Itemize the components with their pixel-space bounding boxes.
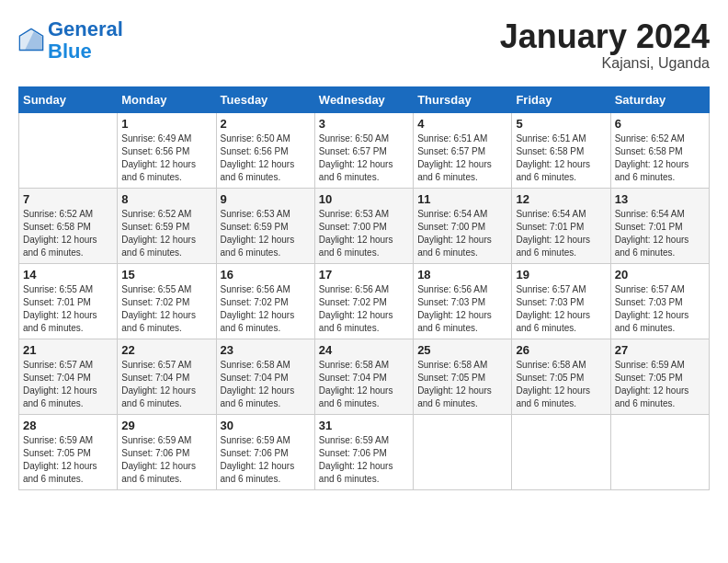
day-cell: 23Sunrise: 6:58 AM Sunset: 7:04 PM Dayli…	[216, 339, 314, 414]
day-info: Sunrise: 6:52 AM Sunset: 6:58 PM Dayligh…	[23, 208, 113, 259]
day-number: 15	[121, 268, 211, 282]
day-cell: 18Sunrise: 6:56 AM Sunset: 7:03 PM Dayli…	[414, 263, 512, 339]
day-number: 17	[319, 268, 409, 282]
day-cell: 25Sunrise: 6:58 AM Sunset: 7:05 PM Dayli…	[414, 339, 512, 414]
day-number: 16	[221, 268, 311, 282]
day-cell: 6Sunrise: 6:52 AM Sunset: 6:58 PM Daylig…	[610, 112, 709, 188]
day-cell: 26Sunrise: 6:58 AM Sunset: 7:05 PM Dayli…	[512, 339, 610, 414]
day-number: 31	[319, 419, 409, 432]
week-row-4: 28Sunrise: 6:59 AM Sunset: 7:05 PM Dayli…	[19, 414, 710, 489]
day-cell: 10Sunrise: 6:53 AM Sunset: 7:00 PM Dayli…	[314, 188, 413, 263]
day-cell: 22Sunrise: 6:57 AM Sunset: 7:04 PM Dayli…	[118, 339, 216, 414]
day-info: Sunrise: 6:58 AM Sunset: 7:04 PM Dayligh…	[319, 359, 409, 410]
day-number: 4	[417, 117, 507, 131]
day-info: Sunrise: 6:55 AM Sunset: 7:02 PM Dayligh…	[121, 283, 211, 335]
day-number: 10	[319, 192, 409, 206]
day-cell: 21Sunrise: 6:57 AM Sunset: 7:04 PM Dayli…	[19, 339, 118, 414]
day-info: Sunrise: 6:50 AM Sunset: 6:56 PM Dayligh…	[221, 132, 311, 184]
day-number: 25	[417, 343, 507, 357]
day-info: Sunrise: 6:59 AM Sunset: 7:06 PM Dayligh…	[121, 434, 211, 486]
day-cell: 28Sunrise: 6:59 AM Sunset: 7:05 PM Dayli…	[19, 414, 118, 489]
day-info: Sunrise: 6:52 AM Sunset: 6:59 PM Dayligh…	[121, 208, 211, 259]
calendar-body: 1Sunrise: 6:49 AM Sunset: 6:56 PM Daylig…	[19, 112, 710, 489]
day-cell: 29Sunrise: 6:59 AM Sunset: 7:06 PM Dayli…	[118, 414, 216, 489]
day-number: 18	[417, 268, 507, 282]
day-cell: 16Sunrise: 6:56 AM Sunset: 7:02 PM Dayli…	[216, 263, 314, 339]
weekday-saturday: Saturday	[610, 86, 709, 112]
week-row-1: 7Sunrise: 6:52 AM Sunset: 6:58 PM Daylig…	[19, 188, 710, 263]
day-cell: 1Sunrise: 6:49 AM Sunset: 6:56 PM Daylig…	[118, 112, 216, 188]
day-cell: 12Sunrise: 6:54 AM Sunset: 7:01 PM Dayli…	[512, 188, 610, 263]
day-cell	[19, 112, 118, 188]
weekday-tuesday: Tuesday	[216, 86, 314, 112]
day-info: Sunrise: 6:56 AM Sunset: 7:02 PM Dayligh…	[221, 283, 311, 335]
day-cell: 3Sunrise: 6:50 AM Sunset: 6:57 PM Daylig…	[314, 112, 413, 188]
day-number: 29	[121, 419, 211, 432]
day-cell: 15Sunrise: 6:55 AM Sunset: 7:02 PM Dayli…	[118, 263, 216, 339]
day-cell: 11Sunrise: 6:54 AM Sunset: 7:00 PM Dayli…	[414, 188, 512, 263]
day-number: 12	[516, 192, 606, 206]
weekday-monday: Monday	[118, 86, 216, 112]
logo: GeneralBlue	[18, 18, 123, 63]
weekday-wednesday: Wednesday	[314, 86, 413, 112]
day-cell: 5Sunrise: 6:51 AM Sunset: 6:58 PM Daylig…	[512, 112, 610, 188]
day-info: Sunrise: 6:57 AM Sunset: 7:04 PM Dayligh…	[23, 359, 113, 410]
day-info: Sunrise: 6:54 AM Sunset: 7:00 PM Dayligh…	[417, 208, 507, 259]
day-number: 8	[121, 192, 211, 206]
location: Kajansi, Uganda	[500, 55, 710, 72]
weekday-friday: Friday	[512, 86, 610, 112]
day-number: 28	[23, 419, 113, 432]
day-number: 1	[121, 117, 211, 131]
day-cell	[512, 414, 610, 489]
day-info: Sunrise: 6:55 AM Sunset: 7:01 PM Dayligh…	[23, 283, 113, 335]
day-number: 5	[516, 117, 606, 131]
calendar-table: SundayMondayTuesdayWednesdayThursdayFrid…	[18, 86, 710, 490]
logo-text: GeneralBlue	[48, 18, 123, 63]
day-cell: 13Sunrise: 6:54 AM Sunset: 7:01 PM Dayli…	[610, 188, 709, 263]
title-block: January 2024 Kajansi, Uganda	[500, 18, 710, 72]
day-info: Sunrise: 6:51 AM Sunset: 6:58 PM Dayligh…	[516, 132, 606, 184]
weekday-thursday: Thursday	[414, 86, 512, 112]
day-info: Sunrise: 6:49 AM Sunset: 6:56 PM Dayligh…	[121, 132, 211, 184]
day-cell: 14Sunrise: 6:55 AM Sunset: 7:01 PM Dayli…	[19, 263, 118, 339]
day-cell	[414, 414, 512, 489]
day-number: 7	[23, 192, 113, 206]
day-cell: 2Sunrise: 6:50 AM Sunset: 6:56 PM Daylig…	[216, 112, 314, 188]
day-cell: 30Sunrise: 6:59 AM Sunset: 7:06 PM Dayli…	[216, 414, 314, 489]
day-info: Sunrise: 6:59 AM Sunset: 7:06 PM Dayligh…	[319, 434, 409, 486]
day-cell: 24Sunrise: 6:58 AM Sunset: 7:04 PM Dayli…	[314, 339, 413, 414]
day-info: Sunrise: 6:59 AM Sunset: 7:05 PM Dayligh…	[615, 359, 705, 410]
day-info: Sunrise: 6:50 AM Sunset: 6:57 PM Dayligh…	[319, 132, 409, 184]
day-info: Sunrise: 6:53 AM Sunset: 6:59 PM Dayligh…	[221, 208, 311, 259]
day-info: Sunrise: 6:58 AM Sunset: 7:04 PM Dayligh…	[221, 359, 311, 410]
day-cell	[610, 414, 709, 489]
day-number: 3	[319, 117, 409, 131]
day-info: Sunrise: 6:57 AM Sunset: 7:04 PM Dayligh…	[121, 359, 211, 410]
day-number: 13	[615, 192, 705, 206]
day-cell: 17Sunrise: 6:56 AM Sunset: 7:02 PM Dayli…	[314, 263, 413, 339]
day-number: 26	[516, 343, 606, 357]
day-number: 21	[23, 343, 113, 357]
day-number: 6	[615, 117, 705, 131]
day-info: Sunrise: 6:57 AM Sunset: 7:03 PM Dayligh…	[615, 283, 705, 335]
day-number: 30	[221, 419, 311, 432]
day-info: Sunrise: 6:53 AM Sunset: 7:00 PM Dayligh…	[319, 208, 409, 259]
day-info: Sunrise: 6:59 AM Sunset: 7:06 PM Dayligh…	[221, 434, 311, 486]
day-info: Sunrise: 6:52 AM Sunset: 6:58 PM Dayligh…	[615, 132, 705, 184]
day-number: 11	[417, 192, 507, 206]
day-number: 20	[615, 268, 705, 282]
page-header: GeneralBlue January 2024 Kajansi, Uganda	[18, 18, 710, 72]
day-cell: 19Sunrise: 6:57 AM Sunset: 7:03 PM Dayli…	[512, 263, 610, 339]
day-info: Sunrise: 6:56 AM Sunset: 7:02 PM Dayligh…	[319, 283, 409, 335]
day-number: 9	[221, 192, 311, 206]
day-cell: 4Sunrise: 6:51 AM Sunset: 6:57 PM Daylig…	[414, 112, 512, 188]
day-number: 23	[221, 343, 311, 357]
day-info: Sunrise: 6:59 AM Sunset: 7:05 PM Dayligh…	[23, 434, 113, 486]
logo-icon	[18, 28, 44, 53]
week-row-3: 21Sunrise: 6:57 AM Sunset: 7:04 PM Dayli…	[19, 339, 710, 414]
day-number: 19	[516, 268, 606, 282]
day-info: Sunrise: 6:57 AM Sunset: 7:03 PM Dayligh…	[516, 283, 606, 335]
day-cell: 9Sunrise: 6:53 AM Sunset: 6:59 PM Daylig…	[216, 188, 314, 263]
day-number: 22	[121, 343, 211, 357]
day-cell: 27Sunrise: 6:59 AM Sunset: 7:05 PM Dayli…	[610, 339, 709, 414]
